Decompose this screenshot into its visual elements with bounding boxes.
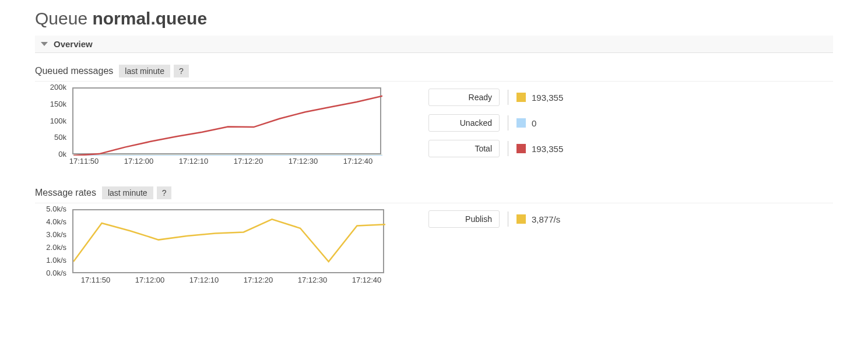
divider	[508, 211, 508, 227]
swatch-total	[516, 144, 526, 153]
queued-panel: 0k50k100k150k200k17:11:5017:12:0017:12:1…	[35, 87, 833, 166]
rates-header: Message rates last minute ?	[35, 186, 833, 203]
rates-range-button[interactable]: last minute	[102, 186, 153, 199]
overview-label: Overview	[54, 39, 93, 49]
swatch-unacked	[516, 118, 526, 128]
legend-row-ready: Ready 193,355	[428, 89, 563, 106]
queued-range-button[interactable]: last minute	[119, 65, 170, 77]
legend-unacked-value: 0	[532, 118, 536, 128]
legend-row-unacked: Unacked 0	[428, 114, 563, 132]
queued-header: Queued messages last minute ?	[35, 65, 833, 82]
swatch-ready	[516, 93, 526, 102]
queued-title: Queued messages	[35, 66, 113, 76]
rates-legend: Publish 3,877/s	[428, 209, 560, 236]
title-prefix: Queue	[35, 9, 87, 28]
queued-legend: Ready 193,355 Unacked 0 Total 193,355	[428, 87, 563, 165]
legend-unacked-button[interactable]: Unacked	[428, 114, 500, 132]
legend-publish-button[interactable]: Publish	[428, 210, 500, 228]
divider	[508, 115, 508, 131]
rates-title: Message rates	[35, 188, 96, 198]
divider	[508, 90, 508, 105]
queued-help-button[interactable]: ?	[174, 65, 189, 77]
legend-publish-value: 3,877/s	[532, 214, 560, 224]
divider	[508, 141, 508, 156]
legend-ready-button[interactable]: Ready	[428, 89, 500, 106]
legend-row-publish: Publish 3,877/s	[428, 210, 560, 228]
queued-chart: 0k50k100k150k200k17:11:5017:12:0017:12:1…	[35, 87, 396, 166]
chevron-down-icon	[41, 42, 48, 46]
queue-name: normal.queue	[92, 9, 207, 28]
rates-help-button[interactable]: ?	[157, 186, 172, 199]
rates-chart: 0.0k/s1.0k/s2.0k/s3.0k/s4.0k/s5.0k/s17:1…	[35, 209, 396, 285]
legend-row-total: Total 193,355	[428, 140, 563, 157]
overview-toggle[interactable]: Overview	[35, 36, 833, 53]
rates-panel: 0.0k/s1.0k/s2.0k/s3.0k/s4.0k/s5.0k/s17:1…	[35, 209, 833, 285]
page-title: Queue normal.queue	[35, 9, 833, 29]
legend-total-button[interactable]: Total	[428, 140, 500, 157]
legend-total-value: 193,355	[532, 144, 563, 154]
swatch-publish	[516, 214, 526, 224]
legend-ready-value: 193,355	[532, 93, 563, 103]
